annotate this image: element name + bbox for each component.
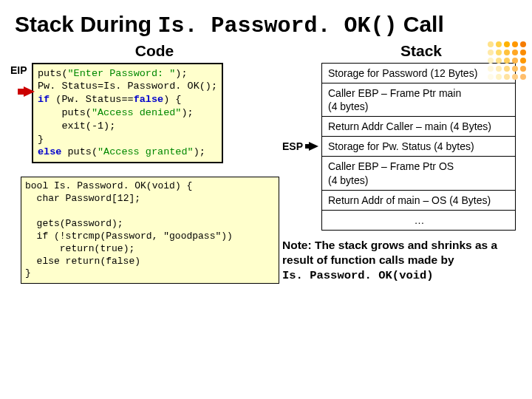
stack-row: Caller EBP – Frame Ptr main (4 bytes) <box>322 83 515 117</box>
stack-table: Storage for Password (12 Bytes) Caller E… <box>321 63 516 231</box>
stack-column: Stack ESP Storage for Password (12 Bytes… <box>282 42 516 284</box>
note-line-1: Note: The stack grows and shrinks as a r… <box>282 239 497 266</box>
stack-row-ellipsis: … <box>322 211 515 230</box>
esp-label: ESP <box>282 140 306 152</box>
title-text-2: Call <box>397 12 443 36</box>
code-heading: Code <box>34 42 275 60</box>
note-text: Note: The stack grows and shrinks as a r… <box>282 238 516 283</box>
code-block-main: puts("Enter Password: "); Pw. Status=Is.… <box>32 63 223 164</box>
eip-label: EIP <box>10 64 32 76</box>
note-code: Is. Password. OK(void) <box>282 269 434 282</box>
arrow-right-icon <box>24 86 35 97</box>
stack-row: Storage for Pw. Status (4 bytes) <box>322 137 515 157</box>
stack-row: Return Addr Caller – main (4 Bytes) <box>322 117 515 137</box>
arrow-right-icon <box>309 142 318 151</box>
stack-row: Caller EBP – Frame Ptr OS (4 bytes) <box>322 157 515 190</box>
title-text-1: Stack During <box>15 12 157 36</box>
decorative-dots <box>488 41 526 80</box>
stack-row: Return Addr of main – OS (4 Bytes) <box>322 191 515 211</box>
page-title: Stack During Is. Password. OK() Call <box>0 0 532 42</box>
code-block-func: bool Is. Password. OK(void) { char Passw… <box>21 177 279 284</box>
stack-row: Storage for Password (12 Bytes) <box>322 64 515 83</box>
content-row: Code EIP puts("Enter Password: "); Pw. S… <box>0 42 532 290</box>
code-column: Code EIP puts("Enter Password: "); Pw. S… <box>10 42 275 284</box>
title-code: Is. Password. OK() <box>157 13 397 38</box>
